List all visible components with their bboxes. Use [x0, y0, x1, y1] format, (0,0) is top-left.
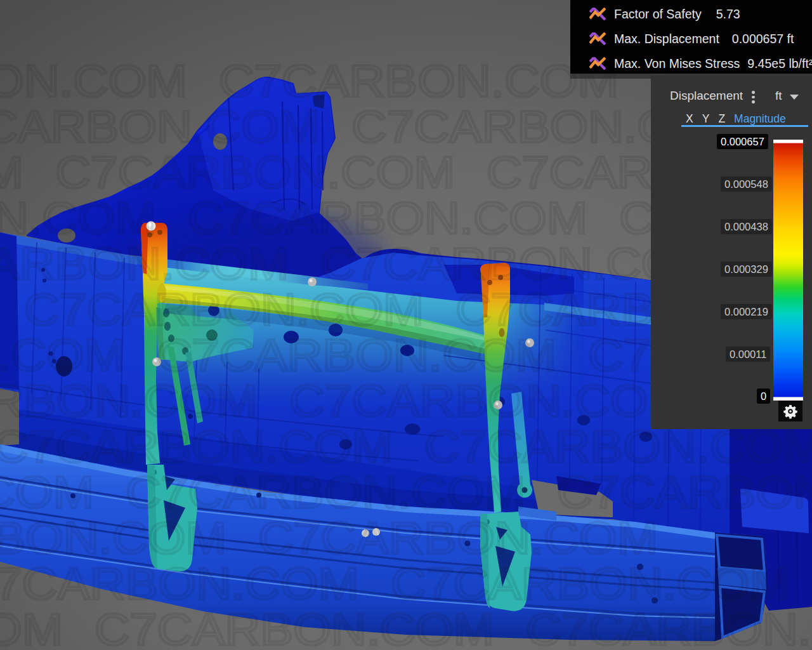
svg-text:C7CARBON.COM: C7CARBON.COM [526, 605, 812, 650]
svg-text:C7CARBON.COM: C7CARBON.COM [0, 468, 94, 517]
svg-text:C7CARBON.COM: C7CARBON.COM [557, 468, 812, 517]
svg-text:C7CARBON.COM: C7CARBON.COM [258, 514, 658, 563]
svg-text:C7CARBON.COM: C7CARBON.COM [0, 514, 226, 563]
svg-text:C7CARBON.COM: C7CARBON.COM [0, 331, 125, 380]
svg-text:C7CARBON.COM: C7CARBON.COM [0, 194, 156, 243]
svg-text:C7CARBON.COM: C7CARBON.COM [391, 559, 790, 609]
svg-text:C7CARBON.COM: C7CARBON.COM [55, 148, 455, 197]
svg-text:C7CARBON.COM: C7CARBON.COM [0, 605, 63, 650]
svg-text:C7CARBON.COM: C7CARBON.COM [95, 605, 494, 650]
svg-text:C7CARBON.COM: C7CARBON.COM [0, 56, 187, 106]
svg-text:C7CARBON.COM: C7CARBON.COM [157, 331, 556, 380]
svg-text:C7CARBON.COM: C7CARBON.COM [126, 468, 525, 517]
svg-text:C7CARBON.COM: C7CARBON.COM [424, 422, 812, 472]
svg-text:C7CARBON.COM: C7CARBON.COM [289, 376, 689, 426]
svg-text:C7CARBON.COM: C7CARBON.COM [0, 102, 320, 152]
svg-text:C7CARBON.COM: C7CARBON.COM [0, 148, 23, 197]
svg-text:C7CARBON.COM: C7CARBON.COM [0, 422, 393, 472]
svg-text:C7CARBON.COM: C7CARBON.COM [0, 239, 289, 289]
svg-text:C7CARBON.COM: C7CARBON.COM [24, 285, 424, 335]
svg-text:C7CARBON.COM: C7CARBON.COM [188, 194, 587, 243]
svg-text:C7CARBON.COM: C7CARBON.COM [0, 376, 258, 426]
svg-text:C7CARBON.COM: C7CARBON.COM [219, 56, 619, 106]
svg-text:C7CARBON.COM: C7CARBON.COM [0, 559, 359, 609]
